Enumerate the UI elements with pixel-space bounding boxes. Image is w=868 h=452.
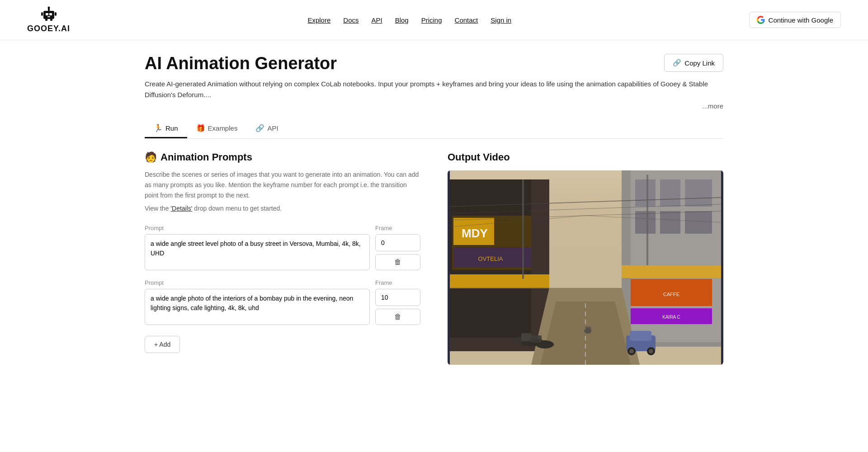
delete-prompt-1-button[interactable]: 🗑 (375, 254, 420, 270)
nav-contact[interactable]: Contact (455, 16, 478, 24)
nav-api[interactable]: API (371, 16, 382, 24)
prompt-row-2: Prompt a wide angle photo of the interio… (145, 279, 420, 325)
prompt-col-1: Prompt a wide angle street level photo o… (145, 225, 370, 270)
google-signin-label: Continue with Google (769, 16, 833, 24)
trash-icon-2: 🗑 (394, 313, 401, 321)
title-row: AI Animation Generator 🔗 Copy Link (145, 54, 723, 73)
svg-rect-7 (55, 12, 57, 16)
logo-text: GOOEY.AI (27, 24, 70, 33)
nav-signin[interactable]: Sign in (491, 16, 511, 24)
right-panel: Output Video MDY (448, 151, 723, 365)
video-container: MDY OVTELIA (448, 170, 723, 365)
nav-blog[interactable]: Blog (395, 16, 409, 24)
nav-links: Explore Docs API Blog Pricing Contact Si… (307, 16, 511, 24)
prompt-col-2: Prompt a wide angle photo of the interio… (145, 279, 370, 325)
svg-rect-6 (41, 12, 43, 16)
section-description: Describe the scenes or series of images … (145, 170, 420, 214)
logo[interactable]: GOOEY.AI (27, 6, 70, 33)
details-link[interactable]: 'Details' (170, 205, 192, 212)
section-title: 🧑 Animation Prompts (145, 151, 420, 163)
frame-label-1: Frame (375, 225, 420, 231)
page-description: Create AI-generated Animation without re… (145, 79, 714, 100)
svg-rect-9 (50, 19, 52, 21)
content-grid: 🧑 Animation Prompts Describe the scenes … (145, 151, 723, 365)
nav-explore[interactable]: Explore (307, 16, 330, 24)
prompt-label-1: Prompt (145, 225, 370, 231)
tabs-bar: 🏃 Run 🎁 Examples 🔗 API (145, 119, 723, 139)
prompt-textarea-1[interactable]: a wide angle street level photo of a bus… (145, 234, 370, 270)
frame-col-2: Frame 🗑 (375, 279, 420, 325)
prompt-textarea-2[interactable]: a wide angle photo of the interiors of a… (145, 289, 370, 325)
svg-rect-8 (45, 19, 47, 21)
link-icon: 🔗 (673, 59, 681, 67)
google-icon (757, 16, 765, 24)
copy-link-label: Copy Link (684, 59, 715, 67)
tab-run-label: Run (165, 124, 178, 132)
prompt-row-1: Prompt a wide angle street level photo o… (145, 225, 420, 270)
trash-icon-1: 🗑 (394, 258, 401, 266)
main-container: AI Animation Generator 🔗 Copy Link Creat… (118, 40, 750, 378)
prompt-label-2: Prompt (145, 279, 370, 286)
add-prompt-button[interactable]: + Add (145, 336, 180, 353)
desc-line-1: Describe the scenes or series of images … (145, 170, 420, 201)
frame-label-2: Frame (375, 279, 420, 286)
delete-prompt-2-button[interactable]: 🗑 (375, 309, 420, 325)
svg-rect-3 (47, 16, 50, 17)
left-panel: 🧑 Animation Prompts Describe the scenes … (145, 151, 420, 365)
header: GOOEY.AI Explore Docs API Blog Pricing C… (0, 0, 868, 40)
output-title: Output Video (448, 151, 723, 163)
svg-rect-1 (46, 13, 48, 15)
nav-pricing[interactable]: Pricing (421, 16, 442, 24)
frame-input-1[interactable] (375, 234, 420, 251)
more-link[interactable]: ...more (702, 102, 723, 110)
run-icon: 🏃 (154, 124, 163, 132)
tab-examples-label: Examples (208, 124, 238, 132)
examples-icon: 🎁 (196, 124, 205, 132)
section-icon: 🧑 (145, 151, 157, 163)
output-video: MDY OVTELIA (448, 170, 723, 365)
tab-api-label: API (267, 124, 278, 132)
section-title-text: Animation Prompts (160, 151, 252, 163)
svg-rect-0 (43, 11, 54, 19)
prompt-group-1: Prompt a wide angle street level photo o… (145, 225, 420, 270)
desc-line-2: View the 'Details' drop down menu to get… (145, 203, 420, 214)
frame-col-1: Frame 🗑 (375, 225, 420, 270)
api-icon: 🔗 (255, 124, 264, 132)
prompt-group-2: Prompt a wide angle photo of the interio… (145, 279, 420, 325)
copy-link-button[interactable]: 🔗 Copy Link (664, 54, 723, 72)
svg-point-5 (47, 7, 50, 9)
page-title: AI Animation Generator (145, 54, 337, 73)
robot-icon (40, 6, 58, 23)
nav-docs[interactable]: Docs (343, 16, 359, 24)
video-scene-svg: MDY OVTELIA (448, 170, 723, 365)
tab-api[interactable]: 🔗 API (246, 119, 287, 138)
google-signin-button[interactable]: Continue with Google (749, 12, 841, 28)
svg-rect-2 (49, 13, 52, 15)
frame-input-2[interactable] (375, 289, 420, 306)
tab-examples[interactable]: 🎁 Examples (187, 119, 247, 138)
tab-run[interactable]: 🏃 Run (145, 119, 187, 138)
svg-rect-58 (450, 170, 721, 365)
